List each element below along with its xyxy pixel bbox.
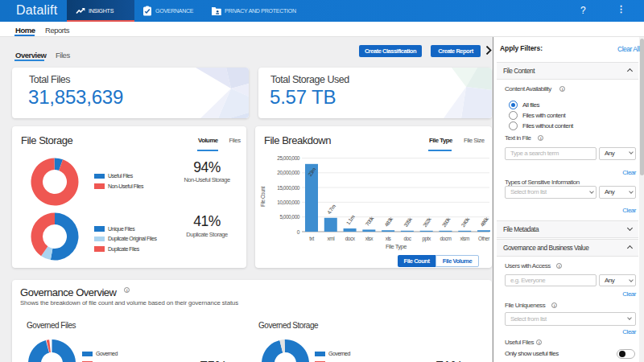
svg-text:20,000,000: 20,000,000 <box>277 170 300 175</box>
svg-text:1.1m: 1.1m <box>345 214 356 225</box>
svg-text:4.7m: 4.7m <box>326 204 336 215</box>
svg-text:File Count: File Count <box>260 187 266 207</box>
svg-text:xlsm: xlsm <box>460 236 470 241</box>
svg-text:xlsx: xlsx <box>365 236 374 241</box>
svg-text:Other: Other <box>478 236 490 241</box>
svg-text:doc: doc <box>403 236 411 241</box>
svg-text:txt: txt <box>309 236 314 241</box>
svg-text:335k: 335k <box>402 216 413 228</box>
svg-text:25,000,000: 25,000,000 <box>277 155 300 161</box>
svg-text:262k: 262k <box>422 216 432 228</box>
svg-text:xml: xml <box>327 236 335 241</box>
svg-text:240k: 240k <box>460 216 470 228</box>
svg-text:10,000,000: 10,000,000 <box>277 200 300 205</box>
svg-text:docm: docm <box>440 236 451 241</box>
svg-text:docx: docx <box>345 236 356 241</box>
svg-text:5,000,000: 5,000,000 <box>279 214 299 220</box>
svg-text:xls: xls <box>386 236 392 241</box>
svg-text:260k: 260k <box>441 216 452 228</box>
svg-text:0: 0 <box>297 229 300 235</box>
svg-text:pptx: pptx <box>422 236 431 242</box>
svg-text:15,000,000: 15,000,000 <box>277 185 300 191</box>
